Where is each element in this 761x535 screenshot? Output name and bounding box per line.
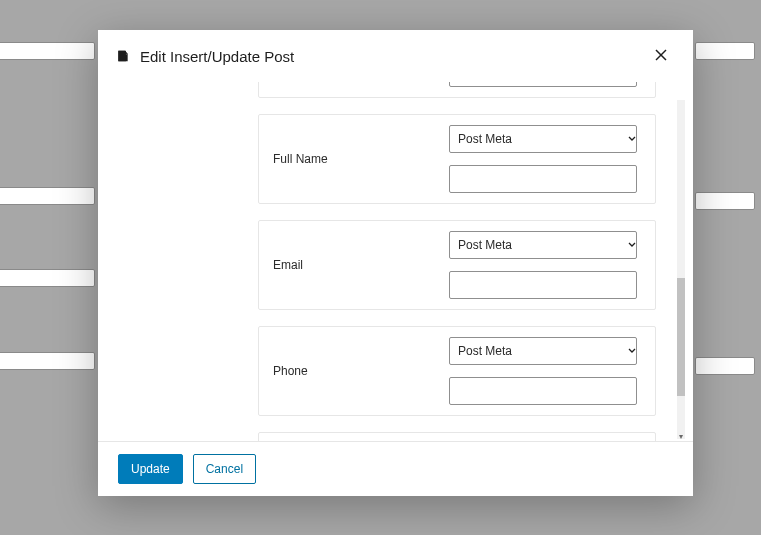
field-type-select[interactable]: Post Meta [449,125,637,153]
field-card: Email Post Meta [258,220,656,310]
cancel-button[interactable]: Cancel [193,454,256,484]
select-value: Post Meta [458,238,512,252]
field-value-input[interactable] [449,165,637,193]
close-icon [654,48,668,65]
scrollbar-track[interactable] [677,100,685,439]
select-value: Post Meta [458,344,512,358]
field-label: Phone [269,364,449,378]
post-icon [116,48,130,64]
field-label: Email [269,258,449,272]
field-card [258,82,656,98]
field-type-select[interactable]: Post Meta [449,337,637,365]
field-type-select[interactable]: Post Meta [449,231,637,259]
modal-edit-insert-update-post: Edit Insert/Update Post [98,30,693,496]
modal-footer: Update Cancel [98,441,693,496]
update-button[interactable]: Update [118,454,183,484]
field-value-input[interactable] [449,271,637,299]
field-card: Post Meta [258,432,656,441]
field-card: Phone Post Meta [258,326,656,416]
field-value-input[interactable] [449,377,637,405]
modal-header: Edit Insert/Update Post [98,30,693,82]
modal-title: Edit Insert/Update Post [140,48,639,65]
close-button[interactable] [649,44,673,68]
field-label: Full Name [269,152,449,166]
fields-scroll-area[interactable]: Full Name Post Meta [258,82,685,441]
field-value-input[interactable] [449,82,637,87]
select-value: Post Meta [458,132,512,146]
scroll-down-icon[interactable]: ▾ [677,431,685,441]
scrollbar-thumb[interactable] [677,278,685,396]
field-card: Full Name Post Meta [258,114,656,204]
modal-body: Full Name Post Meta [98,82,693,441]
